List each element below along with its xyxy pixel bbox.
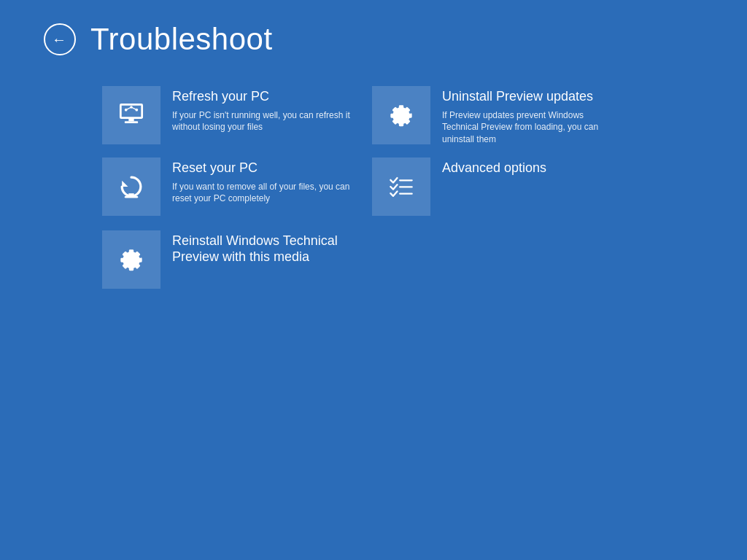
refresh-pc-text: Refresh your PC If your PC isn't running… bbox=[160, 86, 350, 133]
reset-pc-text: Reset your PC If you want to remove all … bbox=[160, 158, 350, 205]
checklist-icon bbox=[385, 171, 417, 203]
option-refresh-pc[interactable]: Refresh your PC If your PC isn't running… bbox=[102, 86, 350, 146]
reset-pc-icon-box bbox=[102, 158, 160, 216]
uninstall-preview-icon-box bbox=[372, 86, 430, 144]
option-uninstall-preview[interactable]: Uninstall Preview updates If Preview upd… bbox=[372, 86, 620, 146]
uninstall-preview-title: Uninstall Preview updates bbox=[442, 89, 620, 105]
svg-rect-2 bbox=[125, 121, 138, 123]
page-title: Troubleshoot bbox=[90, 22, 273, 57]
refresh-pc-title: Refresh your PC bbox=[172, 89, 350, 105]
advanced-icon-box bbox=[372, 158, 430, 216]
back-arrow-icon: ← bbox=[52, 32, 66, 47]
refresh-icon bbox=[115, 99, 147, 131]
uninstall-preview-desc: If Preview updates prevent Windows Techn… bbox=[442, 109, 620, 146]
svg-line-6 bbox=[126, 107, 131, 110]
back-button[interactable]: ← bbox=[44, 23, 76, 55]
svg-line-7 bbox=[131, 107, 136, 110]
reinstall-gear-icon bbox=[115, 244, 147, 276]
reinstall-icon-box bbox=[102, 230, 160, 289]
reinstall-title: Reinstall Windows Technical Preview with… bbox=[172, 233, 350, 265]
reset-icon bbox=[115, 171, 147, 203]
svg-marker-8 bbox=[122, 181, 128, 187]
option-reinstall[interactable]: Reinstall Windows Technical Preview with… bbox=[102, 230, 350, 289]
option-advanced[interactable]: Advanced options bbox=[372, 158, 620, 216]
page-header: ← Troubleshoot bbox=[0, 0, 747, 79]
svg-rect-1 bbox=[128, 118, 133, 122]
gear-icon bbox=[385, 99, 417, 131]
reset-pc-desc: If you want to remove all of your files,… bbox=[172, 181, 350, 206]
reinstall-text: Reinstall Windows Technical Preview with… bbox=[160, 230, 350, 269]
advanced-title: Advanced options bbox=[442, 160, 546, 176]
refresh-pc-icon-box bbox=[102, 86, 160, 144]
refresh-pc-desc: If your PC isn't running well, you can r… bbox=[172, 109, 350, 134]
options-grid: Refresh your PC If your PC isn't running… bbox=[0, 79, 747, 296]
svg-rect-9 bbox=[125, 196, 138, 198]
reset-pc-title: Reset your PC bbox=[172, 160, 350, 176]
advanced-text: Advanced options bbox=[430, 158, 546, 181]
uninstall-preview-text: Uninstall Preview updates If Preview upd… bbox=[430, 86, 620, 146]
svg-rect-10 bbox=[128, 193, 133, 196]
option-reset-pc[interactable]: Reset your PC If you want to remove all … bbox=[102, 158, 350, 216]
